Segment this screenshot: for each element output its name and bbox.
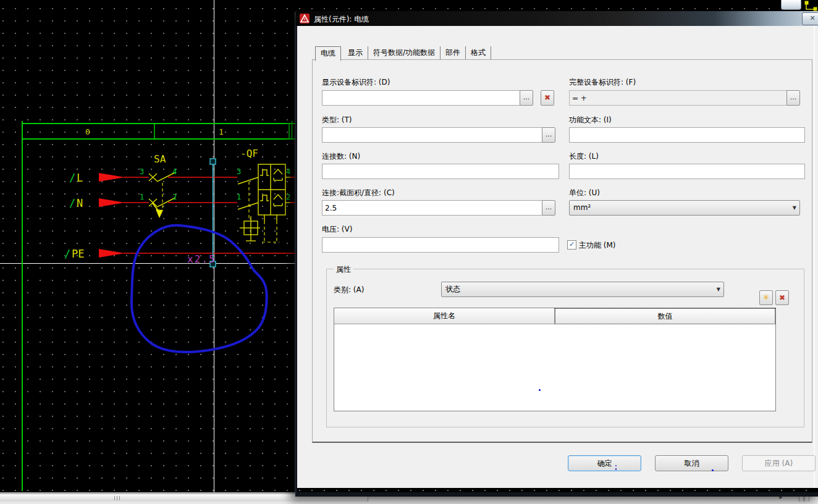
- device-tag-input[interactable]: [322, 90, 523, 106]
- tab-display[interactable]: 显示: [343, 46, 368, 59]
- tab-strip: 电缆 显示 符号数据/功能数据 部件 格式: [315, 46, 491, 60]
- ink-dot: [615, 465, 617, 466]
- device-tag-delete-button[interactable]: ✖: [541, 90, 554, 106]
- eplan-logo-icon: [300, 14, 310, 23]
- voltage-input[interactable]: [322, 237, 559, 253]
- conductor-count-input[interactable]: [322, 164, 559, 179]
- breaker-symbol[interactable]: [238, 164, 290, 242]
- origin-axes-icon: [805, 1, 817, 10]
- cancel-button[interactable]: 取消: [655, 455, 728, 471]
- main-function-checkbox[interactable]: ✓: [567, 240, 576, 250]
- qf-pin-1: 1: [237, 193, 241, 201]
- wire-N[interactable]: [99, 198, 295, 207]
- cursor-arrow-icon: [153, 203, 163, 218]
- wire-PE-label: PE: [72, 248, 84, 260]
- schematic-frame: [22, 121, 295, 491]
- dialog-inner-edge: [814, 26, 815, 488]
- frame-column-0: 0: [85, 127, 90, 136]
- type-input[interactable]: [322, 127, 543, 143]
- window-control-fragment[interactable]: [781, 0, 801, 10]
- dialog-titlebar[interactable]: 属性(元件): 电缆 ✕: [295, 11, 818, 26]
- tab-cable[interactable]: 电缆: [315, 46, 341, 61]
- ok-button[interactable]: 确定: [568, 455, 641, 471]
- ink-dot: [615, 468, 617, 470]
- sa-pin-1: 1: [140, 193, 144, 201]
- category-select[interactable]: 状态 ▼: [441, 282, 724, 297]
- length-input[interactable]: [569, 164, 805, 179]
- attributes-table-body[interactable]: [334, 324, 775, 411]
- new-attribute-button[interactable]: ✳: [759, 290, 773, 305]
- chevron-down-icon: ▼: [793, 201, 796, 215]
- breaker-label: -QF: [240, 148, 258, 159]
- main-function-label: 主功能 (M): [579, 240, 616, 251]
- category-value: 状态: [445, 285, 460, 293]
- column-header-property-name[interactable]: 属性名: [334, 308, 555, 324]
- function-text-label: 功能文本: (I): [569, 115, 612, 125]
- full-device-tag-browse-button[interactable]: ...: [786, 90, 800, 106]
- full-device-tag-label: 完整设备标识符: (F): [569, 77, 636, 88]
- switch-label: SA: [154, 153, 166, 165]
- check-icon: ✓: [569, 240, 575, 248]
- wire-L[interactable]: [99, 173, 295, 182]
- apply-button: 应用 (A): [742, 455, 816, 471]
- cable-cross-section-annotation: x2.5: [187, 253, 216, 265]
- qf-pin-4: 4: [286, 167, 290, 176]
- wire-L-label: L: [77, 172, 83, 184]
- device-tag-browse-button[interactable]: ...: [520, 90, 533, 106]
- conductor-count-label: 连接数: (N): [322, 151, 360, 162]
- tab-format[interactable]: 格式: [466, 46, 491, 59]
- cross-section-label: 连接:截面积/直径: (C): [322, 188, 395, 198]
- chevron-down-icon: ▼: [717, 282, 720, 296]
- taskbar-edge: [0, 502, 818, 504]
- ink-dot: [539, 389, 541, 391]
- delete-attribute-button[interactable]: ✖: [775, 290, 789, 305]
- scrollbar-grip-icon: [114, 496, 122, 500]
- screen: 0 1 / L /: [0, 0, 818, 504]
- unit-value: mm²: [573, 203, 591, 212]
- wire-L-slash: /: [69, 172, 75, 184]
- qf-pin-2: 2: [286, 193, 290, 201]
- type-label: 类型: (T): [322, 115, 352, 125]
- length-label: 长度: (L): [569, 151, 599, 162]
- cable-handle-top[interactable]: [210, 159, 216, 164]
- device-tag-label: 显示设备标识符: (D): [322, 77, 390, 88]
- selected-cable-line[interactable]: [210, 159, 216, 267]
- dialog-content: 电缆 显示 符号数据/功能数据 部件 格式 显示设备标识符: (D) ... ✖…: [297, 26, 818, 488]
- close-icon: ✕: [809, 14, 815, 22]
- freehand-ink-circle: [132, 225, 267, 352]
- wire-N-label: N: [77, 197, 83, 209]
- wire-PE-slash: /: [64, 248, 70, 260]
- tab-symbol-function-data[interactable]: 符号数据/功能数据: [368, 46, 441, 59]
- cross-section-browse-button[interactable]: ...: [542, 200, 555, 216]
- wire-N-slash: /: [69, 197, 75, 209]
- frame-column-1: 1: [219, 127, 224, 136]
- cross-section-input[interactable]: [322, 200, 543, 216]
- sa-pin-3: 3: [140, 167, 144, 176]
- sa-pin-4: 4: [172, 167, 177, 176]
- ink-dot: [712, 469, 714, 471]
- function-text-input[interactable]: [569, 127, 805, 143]
- dialog-title: 属性(元件): 电缆: [314, 14, 369, 25]
- properties-dialog: 属性(元件): 电缆 ✕ 电缆 显示 符号数据/功能数据 部件 格式 显示设备标…: [295, 11, 818, 497]
- tab-parts[interactable]: 部件: [441, 46, 466, 59]
- unit-label: 单位: (U): [569, 188, 600, 198]
- type-browse-button[interactable]: ...: [542, 127, 555, 143]
- attributes-table-header: 属性名 数值: [334, 308, 775, 324]
- voltage-label: 电压: (V): [322, 224, 352, 235]
- qf-pin-3: 3: [237, 167, 241, 176]
- attributes-table[interactable]: 属性名 数值: [334, 308, 776, 411]
- unit-select[interactable]: mm² ▼: [569, 200, 800, 216]
- close-button[interactable]: ✕: [802, 12, 818, 25]
- sa-pin-2: 2: [172, 193, 177, 201]
- crosshair-cursor: [0, 0, 295, 492]
- full-device-tag-input: [569, 90, 788, 106]
- attributes-group-title: 属性: [334, 264, 353, 275]
- category-label: 类别: (A): [334, 285, 364, 295]
- column-header-value[interactable]: 数值: [555, 308, 775, 324]
